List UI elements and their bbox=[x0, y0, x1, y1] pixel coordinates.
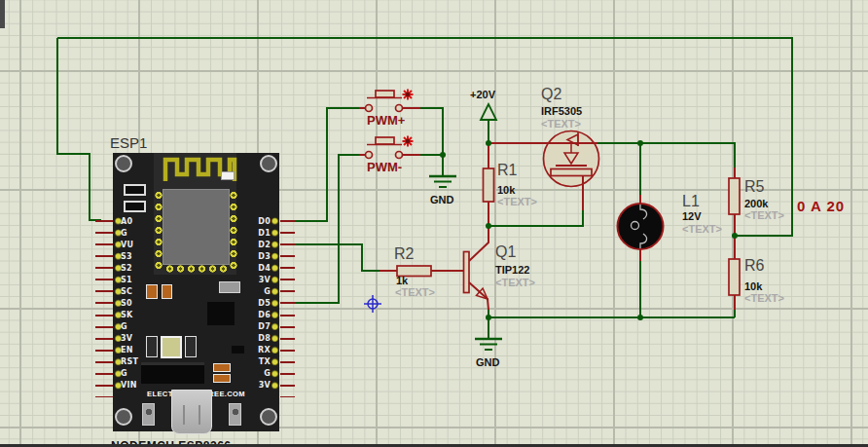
schematic-canvas[interactable]: ESP1 ELECTRONICSTREE.COM NODEMCU ESP8266… bbox=[0, 0, 868, 447]
net-label-pwm-minus: PWM- bbox=[367, 160, 402, 174]
pin-label: SK bbox=[121, 311, 133, 319]
q2-ref: Q2 bbox=[541, 86, 561, 103]
pin-label: D6 bbox=[245, 311, 271, 319]
q1-text-placeholder: <TEXT> bbox=[495, 277, 535, 288]
r5-value: 200k bbox=[744, 198, 768, 209]
smd-capacitor bbox=[146, 284, 158, 299]
pin-label: G bbox=[245, 369, 271, 378]
gnd-label-buttons: GND bbox=[430, 194, 453, 205]
pin-label: D7 bbox=[245, 322, 271, 331]
r6-text-placeholder: <TEXT> bbox=[744, 292, 784, 304]
reset-button[interactable] bbox=[229, 403, 241, 426]
r2-ref: R2 bbox=[394, 245, 414, 263]
usb-detail bbox=[199, 405, 200, 425]
pin-label: D3 bbox=[245, 252, 271, 261]
pin-label: G bbox=[245, 287, 271, 296]
r1-value: 10k bbox=[497, 184, 515, 196]
esp-shield bbox=[163, 189, 230, 265]
vcc-label: +20V bbox=[470, 89, 495, 100]
pin-label: D1 bbox=[245, 229, 271, 238]
window-edge-fragment bbox=[0, 0, 5, 28]
pin-label: A0 bbox=[121, 217, 132, 226]
right-pin-stubs[interactable] bbox=[280, 220, 295, 397]
right-pin-pads bbox=[271, 216, 279, 393]
net-label-pwm-plus: PWM+ bbox=[367, 113, 405, 128]
left-pin-stubs[interactable] bbox=[95, 220, 113, 397]
l1-ref: L1 bbox=[682, 193, 700, 210]
pin-label: RST bbox=[121, 357, 138, 366]
pin-label: S0 bbox=[121, 299, 132, 308]
smd-component bbox=[219, 281, 240, 293]
l1-text-placeholder: <TEXT> bbox=[682, 223, 722, 235]
gnd-label-q1: GND bbox=[476, 356, 499, 368]
pin-label: D5 bbox=[245, 299, 271, 308]
pin-label: G bbox=[121, 229, 127, 238]
smd-component bbox=[185, 336, 197, 357]
pin-label: S1 bbox=[121, 276, 132, 284]
r1-text-placeholder: <TEXT> bbox=[497, 196, 537, 207]
usb-detail bbox=[183, 405, 185, 425]
r6-ref: R6 bbox=[744, 257, 764, 275]
r5-ref: R5 bbox=[744, 178, 764, 196]
q2-text-placeholder: <TEXT> bbox=[541, 118, 581, 130]
usb-uart-chip bbox=[141, 362, 204, 384]
module-pads-bottom bbox=[165, 265, 228, 273]
pin-label: EN bbox=[121, 346, 133, 354]
smd-component bbox=[232, 346, 244, 354]
r6-value: 10k bbox=[744, 280, 762, 292]
pin-label: D2 bbox=[245, 241, 271, 249]
r5-text-placeholder: <TEXT> bbox=[744, 209, 784, 221]
pin-label: D4 bbox=[245, 264, 271, 273]
flash-button[interactable] bbox=[142, 403, 155, 426]
regulator-chip bbox=[207, 302, 235, 325]
net-label-0a20: 0 A 20 bbox=[797, 198, 845, 214]
pin-label: RX bbox=[245, 346, 271, 354]
smd-resistor bbox=[124, 201, 146, 212]
pin-label: 3V bbox=[121, 334, 132, 343]
q1-ref: Q1 bbox=[495, 243, 516, 261]
pin-label: G bbox=[121, 369, 127, 378]
r2-text-placeholder: <TEXT> bbox=[395, 286, 435, 298]
module-pads-left bbox=[155, 191, 163, 269]
q2-value: IRF5305 bbox=[541, 105, 582, 117]
pin-label: 3V bbox=[245, 276, 271, 284]
pin-label: VIN bbox=[121, 381, 137, 390]
pin-label: S2 bbox=[121, 264, 132, 273]
q1-value: TIP122 bbox=[495, 264, 529, 276]
smd-component bbox=[221, 171, 235, 180]
pin-label: S3 bbox=[121, 252, 132, 261]
pin-label: VU bbox=[121, 241, 133, 249]
pin-label: D8 bbox=[245, 334, 271, 343]
smd-resistor bbox=[124, 184, 146, 196]
pin-label: 3V bbox=[245, 381, 271, 390]
pin-label: SC bbox=[121, 287, 132, 296]
r1-ref: R1 bbox=[497, 162, 517, 179]
l1-value: 12V bbox=[682, 210, 702, 222]
crystal bbox=[161, 336, 182, 358]
smd-capacitor bbox=[213, 363, 231, 372]
smd-capacitor bbox=[162, 284, 172, 299]
r2-value: 1k bbox=[396, 275, 408, 286]
pin-label: TX bbox=[245, 357, 271, 366]
module-pads-right bbox=[230, 191, 237, 269]
pin-label: D0 bbox=[245, 217, 271, 226]
pin-label: G bbox=[121, 322, 127, 331]
smd-component bbox=[146, 336, 158, 357]
usb-connector bbox=[171, 390, 212, 434]
smd-capacitor bbox=[213, 374, 231, 383]
